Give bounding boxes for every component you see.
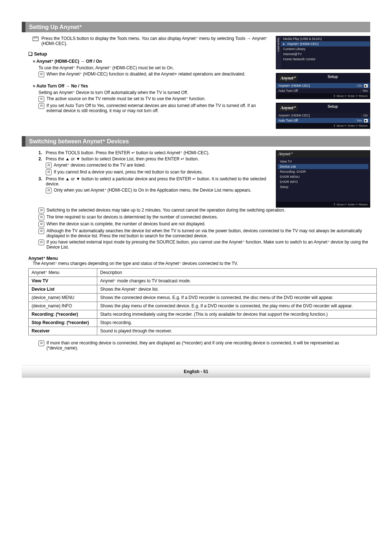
menu-item: Content Library [281,46,370,52]
note-icon: N [38,228,44,234]
note-text: Although the TV automatically searches t… [46,228,370,238]
note-text: The active source on the TV remote must … [46,96,205,102]
table-cell: (device_name) INFO [29,302,97,310]
screenshot-setup-auto: Anynet⁺Setup Anynet+ (HDMI-CEC): On Auto… [276,103,370,129]
table-cell: View TV [29,277,97,285]
row-label: Anynet+ (HDMI-CEC) [278,114,310,117]
note-icon: N [38,340,44,346]
chevron-right-icon: ▶ [364,84,368,87]
setup-subheading: Setup [28,51,270,57]
table-cell: Recording: (*recorder) [29,310,97,319]
table-cell: Shows the Anynet⁺ device list. [97,285,377,294]
note-text: The time required to scan for devices is… [46,214,218,220]
note-text: When the Anynet⁺ (HDMI-CEC) function is … [46,71,245,77]
note-text: Only when you set Anynet⁺ (HDMI-CEC) to … [54,188,252,193]
table-header: Description [97,269,377,277]
brand-label: Anynet⁺ [278,105,298,111]
step-text: Press the TOOLS button. Press the ENTER … [46,150,209,155]
note-text: If you have selected external input mode… [46,240,370,250]
note-icon: N [38,103,44,109]
screenshot-title: Setup [328,75,338,82]
row-label: Anynet+ (HDMI-CEC) [278,84,310,87]
note-text: Switching to the selected devices may ta… [46,208,285,213]
tools-icon [33,37,38,41]
step-text: Press the ▲ or ▼ button to select Device… [46,156,199,161]
footer-hints: ⇕ Move ↵ Enter ↩ Return [276,202,370,207]
footer-hints: ⇕ Move ↵ Enter ↩ Return [276,93,370,99]
row: Anynet+ (HDMI-CEC): On [276,113,370,118]
setting-auto-turn-off: Auto Turn Off → No / Yes [33,83,88,89]
row-value: : On [362,114,368,117]
note-icon: N [46,169,52,175]
note-text: If you set Auto Turn Off to Yes, connect… [46,103,270,113]
menu-intro: The Anynet⁺ menu changes depending on th… [33,261,370,266]
row-value: : Yes [355,119,362,122]
note-icon: N [38,214,44,220]
footer-hints: ⇕ Move ↵ Enter ↩ Return [276,123,370,128]
list-item: DVDR MENU [278,174,368,179]
row-value: : On [356,84,362,87]
anynet-menu-table: Anynet⁺ MenuDescription View TVAnynet⁺ m… [28,268,377,335]
table-cell: (device_name) MENU [29,294,97,302]
note-icon: N [38,208,44,213]
note-text: If more than one recording device is con… [46,340,370,351]
table-cell: Starts recording immediately using the r… [97,310,377,319]
section-heading: Setting Up Anynet⁺ [22,22,370,32]
brand-label: Anynet⁺ [278,75,298,82]
screenshot-title: Setup [328,105,338,111]
table-cell: Receiver [29,327,97,335]
list-item: View TV [278,159,368,164]
body-text: Setting an Anynet⁺ Device to turn Off au… [38,90,270,95]
step-text: Press the ▲ or ▼ button to select a part… [46,176,270,187]
table-cell: Sound is played through the receiver. [97,327,377,335]
table-cell: Shows the connected device menus. E.g. I… [97,294,377,302]
note-icon: N [38,71,44,77]
list-item: Setup [278,184,368,189]
table-header: Anynet⁺ Menu [29,269,97,277]
menu-item: Media Play (USB & DLNA) [281,36,370,41]
note-icon: N [46,188,52,193]
table-cell: Stop Recording: (*recorder) [29,319,97,327]
setting-anynet-cec: Anynet⁺ (HDMI-CEC) → Off / On [33,59,102,64]
row-value: : Yes [360,89,368,93]
list-item: DVDR INFO [278,179,368,184]
note-icon: N [38,96,44,102]
note-icon: N [38,221,44,227]
body-text: To use the Anynet⁺ Function, Anynet⁺ (HD… [38,65,270,70]
row-selected: Anynet+ (HDMI-CEC): On▶ [276,83,370,88]
note-text: Anynet⁺ devices connected to the TV are … [54,163,146,168]
row-selected: Auto Turn Off: Yes▶ [276,118,370,123]
menu-item-label: Anynet+ (HDMI-CEC) [287,42,319,46]
table-cell: Stops recording. [97,319,377,327]
list-item-selected: Device List [278,164,368,169]
page-footer: English - 51 [22,365,370,378]
menu-item: Home Network Centre [281,57,370,62]
row: Auto Turn Off: Yes [276,88,370,93]
chevron-right-icon: ▶ [364,119,368,122]
row-label: Auto Turn Off [278,119,298,122]
table-cell: Device List [29,285,97,294]
screenshot-application-menu: Application Media Play (USB & DLNA) ▸ An… [276,36,370,69]
anynet-menu-heading: Anynet⁺ Menu [28,256,370,261]
table-cell: Anynet⁺ mode changes to TV broadcast mod… [97,277,377,285]
section-heading: Switching between Anynet⁺ Devices [22,136,370,147]
menu-item: Internet@TV [281,52,370,57]
list-item: Recording: DVDR [278,169,368,174]
table-cell: Shows the play menu of the connected dev… [97,302,377,310]
note-icon: N [38,240,44,245]
note-text: If you cannot find a device you want, pr… [54,169,203,175]
screenshot-device-list: Anynet⁺ View TV Device List Recording: D… [276,150,370,208]
side-tab: Application [276,36,281,69]
note-text: When the device scan is complete, the nu… [46,221,205,227]
row-label: Auto Turn Off [278,89,298,93]
screenshot-setup-cec: Anynet⁺Setup Anynet+ (HDMI-CEC): On▶ Aut… [276,73,370,99]
menu-item-selected: ▸ Anynet+ (HDMI-CEC) [281,41,370,46]
brand-label: Anynet⁺ [276,151,370,158]
note-icon: N [46,163,52,168]
intro-text: Press the TOOLS button to display the To… [41,36,270,46]
